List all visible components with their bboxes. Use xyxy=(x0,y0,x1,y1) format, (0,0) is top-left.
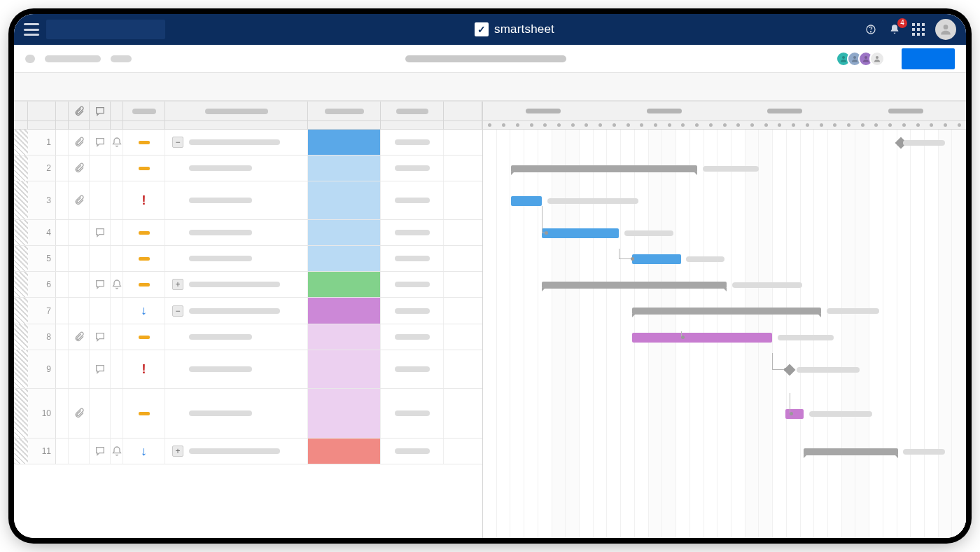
nav-back-icon[interactable] xyxy=(25,55,35,63)
expand-icon[interactable]: + xyxy=(172,279,183,290)
main-content: 1−23!456+7↓−89!1011↓+ xyxy=(14,101,966,538)
svg-point-2 xyxy=(944,25,948,29)
gantt-summary-bar[interactable] xyxy=(804,448,898,455)
gantt-body[interactable] xyxy=(483,130,966,538)
gantt-task-bar[interactable] xyxy=(511,196,542,206)
sheet-title[interactable] xyxy=(405,55,566,62)
svg-point-3 xyxy=(842,56,845,59)
grid-row[interactable]: 10 xyxy=(14,389,482,439)
grid-row[interactable]: 1− xyxy=(14,130,482,156)
gantt-timescale[interactable] xyxy=(483,102,966,121)
row-number: 11 xyxy=(28,439,56,464)
row-number: 2 xyxy=(28,156,56,181)
grid-row[interactable]: 6+ xyxy=(14,272,482,298)
share-button[interactable] xyxy=(902,48,955,69)
column-task-name[interactable] xyxy=(165,102,308,120)
sheet-header-bar xyxy=(14,45,966,73)
brand: ✓ smartsheet xyxy=(172,22,857,36)
formatting-toolbar[interactable] xyxy=(14,73,966,101)
gantt-task-bar[interactable] xyxy=(632,254,681,264)
gantt-bar-label xyxy=(686,256,724,262)
column-attachments[interactable] xyxy=(69,102,90,120)
gantt-summary-bar[interactable] xyxy=(632,308,821,315)
collaborator-avatars[interactable] xyxy=(840,51,885,67)
row-number: 6 xyxy=(28,272,56,297)
gantt-bar-label xyxy=(547,198,638,204)
gantt-bar-label xyxy=(703,166,759,172)
gantt-panel xyxy=(483,102,966,538)
status-down-icon: ↓ xyxy=(141,444,147,459)
gantt-bar-label xyxy=(903,140,945,146)
search-input[interactable] xyxy=(46,20,165,39)
column-category[interactable] xyxy=(308,102,381,120)
app-root: ✓ smartsheet 4 xyxy=(14,14,966,538)
gantt-bar-label xyxy=(809,411,872,417)
menu-icon[interactable] xyxy=(24,23,39,36)
gantt-bar-label xyxy=(903,449,945,455)
grid-row[interactable]: 3! xyxy=(14,181,482,220)
column-status[interactable] xyxy=(123,102,165,120)
collapse-icon[interactable]: − xyxy=(172,137,183,148)
row-number: 5 xyxy=(28,246,56,271)
grid-body[interactable]: 1−23!456+7↓−89!1011↓+ xyxy=(14,130,482,538)
grid-row[interactable]: 5 xyxy=(14,246,482,272)
status-hold-icon xyxy=(139,231,150,235)
grid-panel: 1−23!456+7↓−89!1011↓+ xyxy=(14,102,483,538)
status-alert-icon: ! xyxy=(142,193,146,208)
status-alert-icon: ! xyxy=(142,362,146,377)
gantt-bar-label xyxy=(827,308,879,314)
row-number: 10 xyxy=(28,389,56,438)
grid-row[interactable]: 2 xyxy=(14,156,482,181)
column-comments[interactable] xyxy=(90,102,111,120)
row-number: 7 xyxy=(28,298,56,324)
column-assignee[interactable] xyxy=(381,102,444,120)
apps-icon[interactable] xyxy=(911,22,925,36)
gantt-task-bar[interactable] xyxy=(785,409,804,419)
top-nav-right: 4 xyxy=(864,19,956,40)
gantt-bar-label xyxy=(624,230,673,236)
svg-point-5 xyxy=(864,56,867,59)
user-avatar[interactable] xyxy=(935,19,956,40)
gantt-bar-label xyxy=(797,367,860,373)
collapse-icon[interactable]: − xyxy=(172,305,183,317)
svg-point-4 xyxy=(853,56,856,59)
status-hold-icon xyxy=(139,167,150,170)
status-hold-icon xyxy=(139,283,150,287)
gantt-bar-label xyxy=(778,335,834,340)
gantt-task-bar[interactable] xyxy=(632,333,772,343)
status-hold-icon xyxy=(139,141,150,144)
breadcrumb-sub[interactable] xyxy=(111,55,132,62)
top-nav: ✓ smartsheet 4 xyxy=(14,14,966,45)
brand-text: smartsheet xyxy=(494,22,554,36)
row-number: 3 xyxy=(28,181,56,219)
grid-row[interactable]: 8 xyxy=(14,324,482,350)
status-down-icon: ↓ xyxy=(141,303,147,318)
notifications-icon[interactable]: 4 xyxy=(888,22,902,36)
row-number: 8 xyxy=(28,324,56,350)
grid-row[interactable]: 7↓− xyxy=(14,298,482,324)
svg-point-6 xyxy=(876,56,878,59)
status-hold-icon xyxy=(139,336,150,339)
notification-badge: 4 xyxy=(897,18,907,28)
grid-row[interactable]: 4 xyxy=(14,220,482,246)
gantt-task-bar[interactable] xyxy=(542,228,619,238)
gantt-summary-bar[interactable] xyxy=(542,282,727,289)
breadcrumb[interactable] xyxy=(45,55,101,62)
grid-row[interactable]: 9! xyxy=(14,350,482,389)
grid-header xyxy=(14,102,482,121)
status-hold-icon xyxy=(139,412,150,415)
help-icon[interactable] xyxy=(864,22,878,36)
expand-icon[interactable]: + xyxy=(172,446,183,457)
row-number: 9 xyxy=(28,350,56,388)
status-hold-icon xyxy=(139,257,150,261)
device-frame: ✓ smartsheet 4 xyxy=(14,14,966,538)
row-number: 4 xyxy=(28,220,56,245)
grid-row[interactable]: 11↓+ xyxy=(14,439,482,464)
svg-point-1 xyxy=(870,32,871,32)
gantt-summary-bar[interactable] xyxy=(511,165,697,172)
gantt-bar-label xyxy=(732,282,802,288)
brand-logo-icon: ✓ xyxy=(475,22,489,36)
row-number: 1 xyxy=(28,130,56,155)
